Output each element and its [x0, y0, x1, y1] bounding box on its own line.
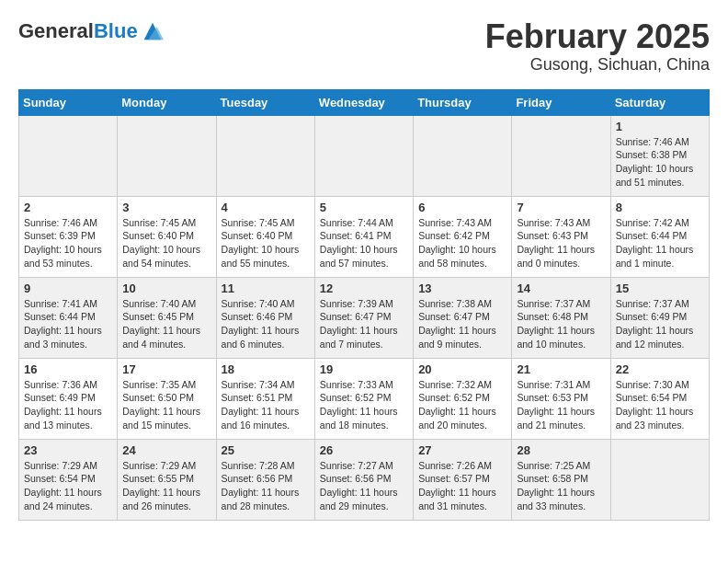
day-number: 14: [517, 282, 605, 295]
day-info: Sunrise: 7:46 AM Sunset: 6:38 PM Dayligh…: [616, 136, 694, 188]
calendar-header-row: Sunday Monday Tuesday Wednesday Thursday…: [19, 89, 710, 115]
day-info: Sunrise: 7:35 AM Sunset: 6:50 PM Dayligh…: [122, 379, 200, 431]
calendar-cell: 24Sunrise: 7:29 AM Sunset: 6:55 PM Dayli…: [118, 439, 216, 520]
calendar-cell: 12Sunrise: 7:39 AM Sunset: 6:47 PM Dayli…: [314, 277, 413, 358]
calendar-cell: [512, 115, 610, 196]
calendar-cell: 18Sunrise: 7:34 AM Sunset: 6:51 PM Dayli…: [216, 358, 314, 439]
day-number: 4: [222, 201, 310, 214]
calendar-cell: 27Sunrise: 7:26 AM Sunset: 6:57 PM Dayli…: [414, 439, 512, 520]
day-info: Sunrise: 7:44 AM Sunset: 6:41 PM Dayligh…: [320, 217, 398, 269]
day-number: 28: [517, 443, 605, 457]
calendar-title: February 2025: [485, 18, 710, 55]
calendar-cell: 5Sunrise: 7:44 AM Sunset: 6:41 PM Daylig…: [314, 196, 413, 277]
calendar-cell: 3Sunrise: 7:45 AM Sunset: 6:40 PM Daylig…: [118, 196, 216, 277]
day-info: Sunrise: 7:45 AM Sunset: 6:40 PM Dayligh…: [122, 217, 200, 269]
day-info: Sunrise: 7:45 AM Sunset: 6:40 PM Dayligh…: [222, 217, 300, 269]
day-info: Sunrise: 7:42 AM Sunset: 6:44 PM Dayligh…: [616, 217, 694, 269]
day-info: Sunrise: 7:39 AM Sunset: 6:47 PM Dayligh…: [320, 298, 398, 350]
day-number: 12: [320, 282, 408, 295]
col-wednesday: Wednesday: [314, 89, 413, 115]
calendar-cell: [216, 115, 314, 196]
day-number: 10: [122, 282, 210, 295]
calendar-cell: 8Sunrise: 7:42 AM Sunset: 6:44 PM Daylig…: [610, 196, 709, 277]
title-block: February 2025 Gusong, Sichuan, China: [485, 18, 710, 75]
day-info: Sunrise: 7:32 AM Sunset: 6:52 PM Dayligh…: [418, 379, 496, 431]
day-info: Sunrise: 7:40 AM Sunset: 6:45 PM Dayligh…: [122, 298, 200, 350]
day-number: 22: [616, 362, 704, 376]
day-info: Sunrise: 7:40 AM Sunset: 6:46 PM Dayligh…: [222, 298, 300, 350]
calendar-cell: 28Sunrise: 7:25 AM Sunset: 6:58 PM Dayli…: [512, 439, 610, 520]
header: GeneralBlue February 2025 Gusong, Sichua…: [18, 18, 710, 75]
calendar-cell: 10Sunrise: 7:40 AM Sunset: 6:45 PM Dayli…: [118, 277, 216, 358]
day-number: 17: [122, 362, 210, 376]
day-info: Sunrise: 7:43 AM Sunset: 6:42 PM Dayligh…: [418, 217, 496, 269]
day-info: Sunrise: 7:38 AM Sunset: 6:47 PM Dayligh…: [418, 298, 496, 350]
col-tuesday: Tuesday: [216, 89, 314, 115]
calendar-cell: 9Sunrise: 7:41 AM Sunset: 6:44 PM Daylig…: [19, 277, 118, 358]
logo: GeneralBlue: [18, 18, 165, 44]
calendar-cell: 6Sunrise: 7:43 AM Sunset: 6:42 PM Daylig…: [414, 196, 512, 277]
calendar-cell: 4Sunrise: 7:45 AM Sunset: 6:40 PM Daylig…: [216, 196, 314, 277]
calendar-week-2: 2Sunrise: 7:46 AM Sunset: 6:39 PM Daylig…: [19, 196, 710, 277]
calendar-cell: 25Sunrise: 7:28 AM Sunset: 6:56 PM Dayli…: [216, 439, 314, 520]
col-friday: Friday: [512, 89, 610, 115]
calendar-cell: 21Sunrise: 7:31 AM Sunset: 6:53 PM Dayli…: [512, 358, 610, 439]
col-saturday: Saturday: [610, 89, 709, 115]
day-number: 6: [418, 201, 506, 214]
day-info: Sunrise: 7:29 AM Sunset: 6:55 PM Dayligh…: [122, 460, 200, 511]
day-number: 23: [24, 443, 112, 457]
calendar-cell: 17Sunrise: 7:35 AM Sunset: 6:50 PM Dayli…: [118, 358, 216, 439]
calendar-week-5: 23Sunrise: 7:29 AM Sunset: 6:54 PM Dayli…: [19, 439, 710, 520]
calendar-cell: 1Sunrise: 7:46 AM Sunset: 6:38 PM Daylig…: [610, 115, 709, 196]
calendar-cell: 23Sunrise: 7:29 AM Sunset: 6:54 PM Dayli…: [19, 439, 118, 520]
day-number: 1: [616, 120, 704, 133]
calendar-cell: [19, 115, 118, 196]
logo-icon: [140, 18, 165, 44]
day-info: Sunrise: 7:26 AM Sunset: 6:57 PM Dayligh…: [418, 460, 496, 511]
day-info: Sunrise: 7:31 AM Sunset: 6:53 PM Dayligh…: [517, 379, 595, 431]
col-sunday: Sunday: [19, 89, 118, 115]
day-number: 15: [616, 282, 704, 295]
calendar-cell: 15Sunrise: 7:37 AM Sunset: 6:49 PM Dayli…: [610, 277, 709, 358]
calendar-cell: 7Sunrise: 7:43 AM Sunset: 6:43 PM Daylig…: [512, 196, 610, 277]
day-number: 7: [517, 201, 605, 214]
day-info: Sunrise: 7:30 AM Sunset: 6:54 PM Dayligh…: [616, 379, 694, 431]
day-info: Sunrise: 7:28 AM Sunset: 6:56 PM Dayligh…: [222, 460, 300, 511]
day-number: 5: [320, 201, 408, 214]
day-info: Sunrise: 7:34 AM Sunset: 6:51 PM Dayligh…: [222, 379, 300, 431]
day-number: 20: [418, 362, 506, 376]
day-info: Sunrise: 7:27 AM Sunset: 6:56 PM Dayligh…: [320, 460, 398, 511]
day-info: Sunrise: 7:29 AM Sunset: 6:54 PM Dayligh…: [24, 460, 102, 511]
calendar-cell: 22Sunrise: 7:30 AM Sunset: 6:54 PM Dayli…: [610, 358, 709, 439]
calendar-table: Sunday Monday Tuesday Wednesday Thursday…: [18, 89, 710, 521]
calendar-cell: 11Sunrise: 7:40 AM Sunset: 6:46 PM Dayli…: [216, 277, 314, 358]
day-number: 11: [222, 282, 310, 295]
day-number: 24: [122, 443, 210, 457]
day-number: 27: [418, 443, 506, 457]
day-number: 19: [320, 362, 408, 376]
day-number: 21: [517, 362, 605, 376]
day-info: Sunrise: 7:36 AM Sunset: 6:49 PM Dayligh…: [24, 379, 102, 431]
calendar-cell: 19Sunrise: 7:33 AM Sunset: 6:52 PM Dayli…: [314, 358, 413, 439]
calendar-cell: 16Sunrise: 7:36 AM Sunset: 6:49 PM Dayli…: [19, 358, 118, 439]
day-number: 16: [24, 362, 112, 376]
day-info: Sunrise: 7:25 AM Sunset: 6:58 PM Dayligh…: [517, 460, 595, 511]
calendar-week-1: 1Sunrise: 7:46 AM Sunset: 6:38 PM Daylig…: [19, 115, 710, 196]
day-number: 8: [616, 201, 704, 214]
calendar-cell: [610, 439, 709, 520]
day-number: 25: [222, 443, 310, 457]
day-info: Sunrise: 7:33 AM Sunset: 6:52 PM Dayligh…: [320, 379, 398, 431]
calendar-cell: 14Sunrise: 7:37 AM Sunset: 6:48 PM Dayli…: [512, 277, 610, 358]
day-number: 3: [122, 201, 210, 214]
col-thursday: Thursday: [414, 89, 512, 115]
day-number: 13: [418, 282, 506, 295]
calendar-week-3: 9Sunrise: 7:41 AM Sunset: 6:44 PM Daylig…: [19, 277, 710, 358]
calendar-subtitle: Gusong, Sichuan, China: [485, 55, 710, 75]
logo-blue: Blue: [94, 19, 138, 42]
calendar-cell: [118, 115, 216, 196]
day-info: Sunrise: 7:43 AM Sunset: 6:43 PM Dayligh…: [517, 217, 595, 269]
day-info: Sunrise: 7:46 AM Sunset: 6:39 PM Dayligh…: [24, 217, 102, 269]
logo-general: General: [18, 19, 94, 42]
day-number: 2: [24, 201, 112, 214]
calendar-cell: 26Sunrise: 7:27 AM Sunset: 6:56 PM Dayli…: [314, 439, 413, 520]
